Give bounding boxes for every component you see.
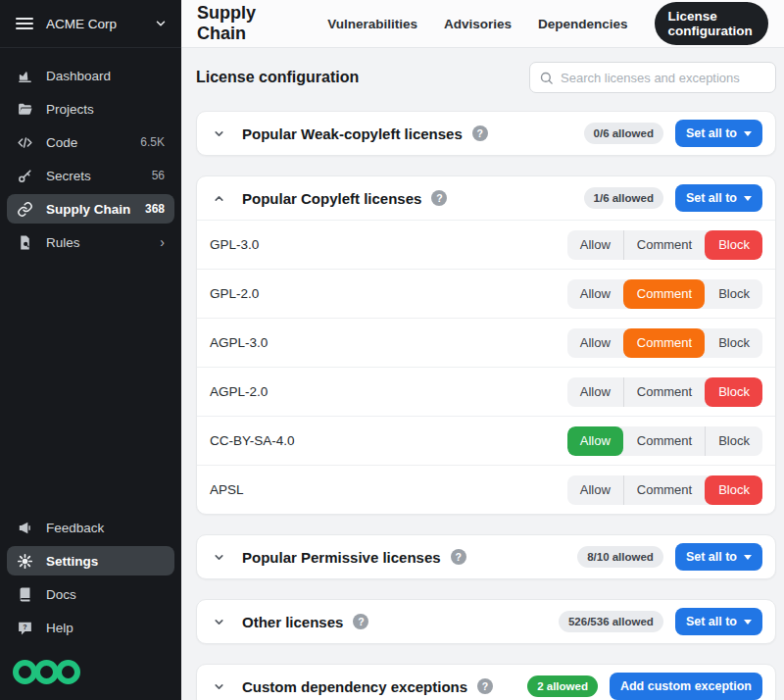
topbar: Supply Chain Vulnerabilities Advisories … — [181, 0, 784, 48]
sidebar-item-settings[interactable]: Settings — [7, 546, 174, 575]
search-input[interactable] — [561, 71, 766, 85]
caret-down-icon — [744, 196, 752, 201]
license-row: AGPL-2.0 Allow Comment Block — [197, 367, 775, 416]
allow-button[interactable]: Allow — [567, 279, 623, 309]
help-icon[interactable]: ? — [353, 614, 368, 629]
sidebar-header: ACME Corp — [0, 0, 181, 48]
license-state-toggle: Allow Comment Block — [567, 328, 762, 358]
sidebar-item-label: Settings — [46, 554, 98, 569]
comment-button[interactable]: Comment — [623, 230, 705, 260]
section-title: Popular Copyleft licenses — [242, 190, 421, 207]
chevron-up-icon[interactable] — [210, 189, 227, 207]
block-button[interactable]: Block — [705, 377, 762, 407]
help-icon[interactable]: ? — [431, 190, 447, 206]
allowed-count-badge: 1/6 allowed — [584, 187, 663, 209]
add-custom-exception-button[interactable]: Add custom exception — [610, 673, 762, 700]
sidebar: ACME Corp Dashboard Projects Code 6.5K S… — [0, 0, 181, 700]
sidebar-item-count: 6.5K — [140, 135, 165, 149]
chevron-down-icon[interactable] — [210, 125, 227, 142]
allow-button[interactable]: Allow — [567, 328, 623, 358]
sidebar-item-label: Code — [46, 135, 77, 150]
allow-button[interactable]: Allow — [567, 475, 623, 505]
block-button[interactable]: Block — [705, 230, 762, 260]
sidebar-item-projects[interactable]: Projects — [7, 94, 174, 124]
allow-button[interactable]: Allow — [567, 230, 623, 260]
sidebar-item-supply-chain[interactable]: Supply Chain 368 — [7, 194, 174, 224]
license-row: CC-BY-SA-4.0 Allow Comment Block — [197, 416, 775, 465]
help-icon[interactable]: ? — [451, 549, 466, 565]
help-icon[interactable]: ? — [477, 678, 493, 694]
license-name: GPL-3.0 — [210, 237, 259, 252]
tab-vulnerabilities[interactable]: Vulnerabilities — [327, 17, 417, 31]
comment-button[interactable]: Comment — [623, 279, 705, 309]
sidebar-item-help[interactable]: ? Help — [7, 613, 174, 642]
sidebar-item-rules[interactable]: Rules › — [7, 227, 174, 257]
license-name: APSL — [210, 482, 244, 497]
sidebar-item-label: Help — [46, 621, 74, 635]
sidebar-item-label: Dashboard — [46, 69, 111, 83]
key-icon — [17, 168, 33, 184]
section-copyleft: Popular Copyleft licenses ? 1/6 allowed … — [196, 175, 776, 515]
block-button[interactable]: Block — [705, 475, 762, 505]
section-header[interactable]: Popular Permissive licenses ? 8/10 allow… — [197, 535, 775, 578]
page-title: License configuration — [196, 69, 359, 86]
sidebar-nav: Dashboard Projects Code 6.5K Secrets 56 … — [0, 48, 181, 261]
search-icon — [539, 71, 554, 85]
sidebar-item-secrets[interactable]: Secrets 56 — [7, 161, 174, 190]
block-button[interactable]: Block — [705, 328, 762, 358]
section-title: Other licenses — [242, 614, 343, 630]
sidebar-item-docs[interactable]: Docs — [7, 579, 174, 609]
help-bubble-icon: ? — [17, 620, 33, 636]
set-all-to-button[interactable]: Set all to — [675, 608, 762, 635]
chevron-down-icon[interactable] — [154, 17, 168, 30]
chevron-right-icon: › — [160, 235, 165, 249]
block-button[interactable]: Block — [705, 279, 762, 309]
allow-button[interactable]: Allow — [567, 426, 623, 456]
comment-button[interactable]: Comment — [623, 377, 705, 407]
license-name: AGPL-3.0 — [210, 335, 268, 350]
section-header[interactable]: Popular Copyleft licenses ? 1/6 allowed … — [197, 176, 775, 220]
sidebar-item-feedback[interactable]: Feedback — [7, 513, 174, 542]
section-weak-copyleft: Popular Weak-copyleft licenses ? 0/6 all… — [196, 111, 776, 156]
search-box — [529, 62, 776, 93]
license-name: GPL-2.0 — [210, 286, 259, 301]
sidebar-item-label: Rules — [46, 235, 80, 250]
tab-dependencies[interactable]: Dependencies — [538, 17, 628, 31]
hamburger-menu-icon[interactable] — [16, 18, 33, 29]
comment-button[interactable]: Comment — [623, 328, 705, 358]
sidebar-bottom-nav: Feedback Settings Docs ? Help — [0, 500, 181, 646]
sidebar-item-dashboard[interactable]: Dashboard — [7, 61, 174, 90]
section-header[interactable]: Popular Weak-copyleft licenses ? 0/6 all… — [197, 112, 775, 155]
org-switcher[interactable]: ACME Corp — [46, 17, 154, 31]
allow-button[interactable]: Allow — [567, 377, 623, 407]
comment-button[interactable]: Comment — [623, 475, 705, 505]
license-row: GPL-3.0 Allow Comment Block — [197, 220, 775, 269]
section-title: Custom dependency exceptions — [242, 678, 467, 695]
section-title: Popular Permissive licenses — [242, 549, 441, 566]
chevron-down-icon[interactable] — [210, 613, 227, 630]
chain-link-icon — [17, 201, 33, 218]
comment-button[interactable]: Comment — [623, 426, 705, 456]
topbar-tabs: Vulnerabilities Advisories Dependencies … — [327, 2, 768, 45]
page-section-title: Supply Chain — [197, 3, 298, 44]
tab-license-configuration[interactable]: License configuration — [655, 2, 769, 45]
tab-advisories[interactable]: Advisories — [444, 17, 512, 31]
set-all-to-button[interactable]: Set all to — [675, 184, 762, 212]
gear-icon — [17, 553, 33, 570]
section-header[interactable]: Custom dependency exceptions ? 2 allowed… — [197, 665, 775, 700]
app-window: ACME Corp Dashboard Projects Code 6.5K S… — [0, 0, 784, 700]
help-icon[interactable]: ? — [472, 125, 488, 141]
license-state-toggle: Allow Comment Block — [567, 230, 762, 260]
section-other: Other licenses ? 526/536 allowed Set all… — [196, 599, 776, 644]
sidebar-item-count: 56 — [152, 169, 165, 182]
sidebar-item-code[interactable]: Code 6.5K — [7, 127, 174, 157]
set-all-to-button[interactable]: Set all to — [675, 120, 762, 147]
brand-logo-rings — [0, 660, 181, 700]
chevron-down-icon[interactable] — [210, 677, 227, 695]
sidebar-item-label: Docs — [46, 587, 76, 602]
chevron-down-icon[interactable] — [210, 548, 227, 566]
block-button[interactable]: Block — [705, 426, 762, 456]
set-all-to-button[interactable]: Set all to — [675, 543, 762, 571]
section-header[interactable]: Other licenses ? 526/536 allowed Set all… — [197, 600, 775, 643]
sidebar-item-label: Secrets — [46, 169, 91, 183]
